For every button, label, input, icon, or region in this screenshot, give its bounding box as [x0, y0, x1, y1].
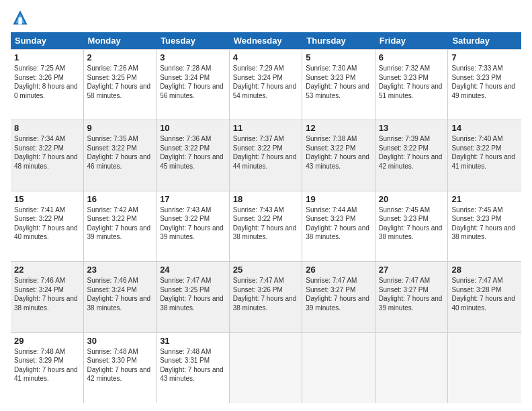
day-number: 2: [87, 52, 153, 62]
calendar-cell: 1Sunrise: 7:25 AMSunset: 3:26 PMDaylight…: [11, 50, 84, 120]
calendar-cell: 15Sunrise: 7:41 AMSunset: 3:22 PMDayligh…: [11, 191, 84, 261]
day-number: 29: [14, 336, 80, 346]
day-number: 21: [451, 194, 518, 204]
calendar-cell: [302, 333, 375, 403]
day-number: 26: [306, 265, 371, 275]
cell-info: Sunrise: 7:47 AMSunset: 3:28 PMDaylight:…: [451, 277, 515, 312]
cell-info: Sunrise: 7:42 AMSunset: 3:22 PMDaylight:…: [87, 206, 151, 241]
cell-info: Sunrise: 7:46 AMSunset: 3:24 PMDaylight:…: [14, 277, 78, 312]
calendar-cell: 17Sunrise: 7:43 AMSunset: 3:22 PMDayligh…: [157, 191, 230, 261]
day-number: 11: [233, 123, 299, 133]
calendar-cell: 21Sunrise: 7:45 AMSunset: 3:23 PMDayligh…: [448, 191, 521, 261]
cell-info: Sunrise: 7:35 AMSunset: 3:22 PMDaylight:…: [87, 135, 151, 170]
calendar-cell: 12Sunrise: 7:38 AMSunset: 3:22 PMDayligh…: [302, 120, 375, 190]
calendar-cell: 2Sunrise: 7:26 AMSunset: 3:25 PMDaylight…: [84, 50, 157, 120]
calendar-cell: 3Sunrise: 7:28 AMSunset: 3:24 PMDaylight…: [157, 50, 230, 120]
calendar-cell: 11Sunrise: 7:37 AMSunset: 3:22 PMDayligh…: [230, 120, 303, 190]
cell-info: Sunrise: 7:37 AMSunset: 3:22 PMDaylight:…: [233, 135, 297, 170]
calendar-week-row: 8Sunrise: 7:34 AMSunset: 3:22 PMDaylight…: [11, 120, 521, 191]
cell-info: Sunrise: 7:48 AMSunset: 3:31 PMDaylight:…: [160, 348, 224, 383]
cell-info: Sunrise: 7:46 AMSunset: 3:24 PMDaylight:…: [87, 277, 151, 312]
cell-info: Sunrise: 7:47 AMSunset: 3:27 PMDaylight:…: [379, 277, 443, 312]
calendar-header-cell: Wednesday: [230, 32, 303, 49]
calendar-cell: 5Sunrise: 7:30 AMSunset: 3:23 PMDaylight…: [302, 50, 375, 120]
calendar-header-cell: Monday: [84, 32, 157, 49]
day-number: 24: [160, 265, 226, 275]
calendar-cell: 7Sunrise: 7:33 AMSunset: 3:23 PMDaylight…: [448, 50, 521, 120]
cell-info: Sunrise: 7:40 AMSunset: 3:22 PMDaylight:…: [451, 135, 515, 170]
cell-info: Sunrise: 7:41 AMSunset: 3:22 PMDaylight:…: [14, 206, 78, 241]
cell-info: Sunrise: 7:47 AMSunset: 3:27 PMDaylight:…: [306, 277, 369, 312]
day-number: 28: [451, 265, 518, 275]
calendar-cell: 4Sunrise: 7:29 AMSunset: 3:24 PMDaylight…: [230, 50, 303, 120]
cell-info: Sunrise: 7:30 AMSunset: 3:23 PMDaylight:…: [306, 64, 369, 99]
calendar-week-row: 22Sunrise: 7:46 AMSunset: 3:24 PMDayligh…: [11, 262, 521, 332]
day-number: 30: [87, 336, 153, 346]
calendar-cell: 10Sunrise: 7:36 AMSunset: 3:22 PMDayligh…: [157, 120, 230, 190]
calendar-cell: 6Sunrise: 7:32 AMSunset: 3:23 PMDaylight…: [375, 50, 449, 120]
day-number: 19: [306, 194, 371, 204]
page: SundayMondayTuesdayWednesdayThursdayFrid…: [0, 0, 532, 411]
logo: [11, 8, 32, 27]
calendar-cell: 9Sunrise: 7:35 AMSunset: 3:22 PMDaylight…: [84, 120, 157, 190]
calendar-cell: 26Sunrise: 7:47 AMSunset: 3:27 PMDayligh…: [302, 262, 375, 332]
day-number: 18: [233, 194, 299, 204]
day-number: 22: [14, 265, 80, 275]
day-number: 9: [87, 123, 153, 133]
calendar-cell: 14Sunrise: 7:40 AMSunset: 3:22 PMDayligh…: [448, 120, 521, 190]
calendar: SundayMondayTuesdayWednesdayThursdayFrid…: [11, 32, 521, 403]
cell-info: Sunrise: 7:43 AMSunset: 3:22 PMDaylight:…: [233, 206, 297, 241]
cell-info: Sunrise: 7:29 AMSunset: 3:24 PMDaylight:…: [233, 64, 297, 99]
cell-info: Sunrise: 7:43 AMSunset: 3:22 PMDaylight:…: [160, 206, 224, 241]
day-number: 20: [379, 194, 445, 204]
cell-info: Sunrise: 7:36 AMSunset: 3:22 PMDaylight:…: [160, 135, 224, 170]
day-number: 13: [379, 123, 445, 133]
cell-info: Sunrise: 7:47 AMSunset: 3:25 PMDaylight:…: [160, 277, 224, 312]
cell-info: Sunrise: 7:28 AMSunset: 3:24 PMDaylight:…: [160, 64, 224, 99]
calendar-cell: 13Sunrise: 7:39 AMSunset: 3:22 PMDayligh…: [375, 120, 449, 190]
calendar-week-row: 29Sunrise: 7:48 AMSunset: 3:29 PMDayligh…: [11, 333, 521, 403]
cell-info: Sunrise: 7:32 AMSunset: 3:23 PMDaylight:…: [379, 64, 443, 99]
calendar-cell: 30Sunrise: 7:48 AMSunset: 3:30 PMDayligh…: [84, 333, 157, 403]
day-number: 25: [233, 265, 299, 275]
cell-info: Sunrise: 7:45 AMSunset: 3:23 PMDaylight:…: [451, 206, 515, 241]
calendar-cell: 31Sunrise: 7:48 AMSunset: 3:31 PMDayligh…: [157, 333, 230, 403]
header: [11, 8, 521, 27]
calendar-cell: 22Sunrise: 7:46 AMSunset: 3:24 PMDayligh…: [11, 262, 84, 332]
day-number: 12: [306, 123, 371, 133]
cell-info: Sunrise: 7:48 AMSunset: 3:29 PMDaylight:…: [14, 348, 78, 383]
day-number: 16: [87, 194, 153, 204]
day-number: 15: [14, 194, 80, 204]
calendar-cell: 28Sunrise: 7:47 AMSunset: 3:28 PMDayligh…: [448, 262, 521, 332]
calendar-cell: 25Sunrise: 7:47 AMSunset: 3:26 PMDayligh…: [230, 262, 303, 332]
day-number: 4: [233, 52, 299, 62]
svg-rect-2: [18, 17, 21, 25]
cell-info: Sunrise: 7:33 AMSunset: 3:23 PMDaylight:…: [451, 64, 515, 99]
day-number: 23: [87, 265, 153, 275]
day-number: 31: [160, 336, 226, 346]
calendar-cell: 20Sunrise: 7:45 AMSunset: 3:23 PMDayligh…: [375, 191, 449, 261]
calendar-header-cell: Saturday: [448, 32, 521, 49]
calendar-header-cell: Thursday: [302, 32, 375, 49]
calendar-cell: 29Sunrise: 7:48 AMSunset: 3:29 PMDayligh…: [11, 333, 84, 403]
day-number: 7: [451, 52, 518, 62]
day-number: 5: [306, 52, 371, 62]
calendar-cell: 8Sunrise: 7:34 AMSunset: 3:22 PMDaylight…: [11, 120, 84, 190]
calendar-cell: 27Sunrise: 7:47 AMSunset: 3:27 PMDayligh…: [375, 262, 449, 332]
day-number: 3: [160, 52, 226, 62]
calendar-cell: [448, 333, 521, 403]
calendar-header-cell: Friday: [375, 32, 449, 49]
day-number: 6: [379, 52, 445, 62]
calendar-cell: [375, 333, 449, 403]
cell-info: Sunrise: 7:25 AMSunset: 3:26 PMDaylight:…: [14, 64, 78, 99]
calendar-cell: 16Sunrise: 7:42 AMSunset: 3:22 PMDayligh…: [84, 191, 157, 261]
calendar-week-row: 15Sunrise: 7:41 AMSunset: 3:22 PMDayligh…: [11, 191, 521, 262]
logo-icon: [11, 8, 30, 27]
calendar-cell: 18Sunrise: 7:43 AMSunset: 3:22 PMDayligh…: [230, 191, 303, 261]
cell-info: Sunrise: 7:38 AMSunset: 3:22 PMDaylight:…: [306, 135, 369, 170]
day-number: 1: [14, 52, 80, 62]
cell-info: Sunrise: 7:47 AMSunset: 3:26 PMDaylight:…: [233, 277, 297, 312]
cell-info: Sunrise: 7:45 AMSunset: 3:23 PMDaylight:…: [379, 206, 443, 241]
calendar-header: SundayMondayTuesdayWednesdayThursdayFrid…: [11, 32, 521, 49]
calendar-body: 1Sunrise: 7:25 AMSunset: 3:26 PMDaylight…: [11, 49, 521, 403]
